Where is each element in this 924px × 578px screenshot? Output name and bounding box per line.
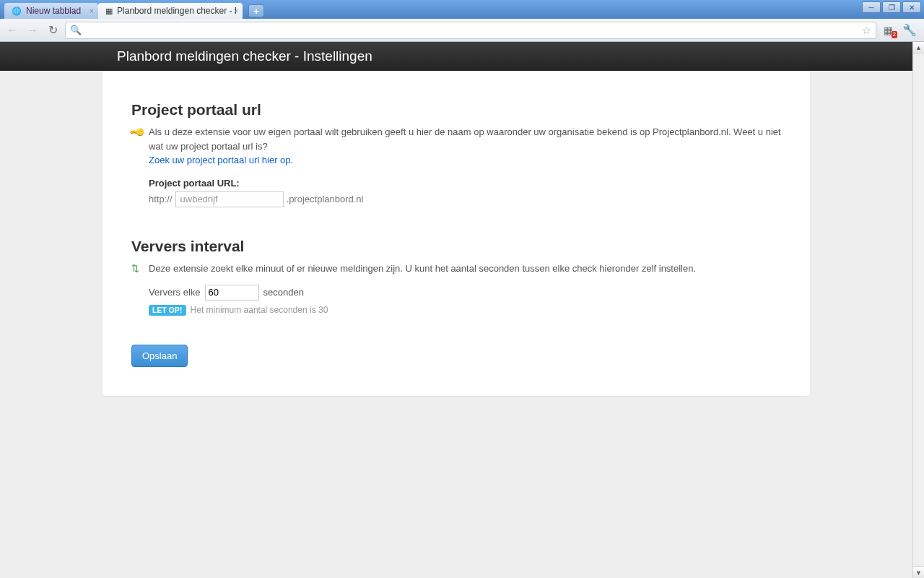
vertical-scrollbar[interactable]: ▲ ▼ — [912, 42, 924, 578]
tab-title: Planbord meldingen checker - I — [117, 6, 237, 16]
hint-text: Het minimum aantal seconden is 30 — [191, 305, 328, 315]
browser-tab-inactive[interactable]: 🌐 Nieuw tabblad × — [4, 3, 98, 19]
page-viewport: Planbord meldingen checker - Instellinge… — [0, 42, 912, 578]
refresh-icon: ⇅ — [131, 262, 143, 276]
minimize-button[interactable]: ─ — [862, 1, 881, 13]
url-suffix: .projectplanbord.nl — [287, 194, 364, 204]
url-input[interactable] — [86, 25, 858, 35]
scroll-down-button[interactable]: ▼ — [913, 566, 924, 578]
settings-wrench-icon[interactable]: 🔧 — [899, 23, 920, 37]
refresh-suffix: seconden — [263, 287, 304, 298]
scroll-up-button[interactable]: ▲ — [913, 42, 924, 53]
refresh-prefix: Ververs elke — [149, 287, 201, 298]
extension-icon: ▦ — [105, 6, 113, 16]
url-prefix: http:// — [149, 194, 173, 204]
browser-tab-active[interactable]: ▦ Planbord meldingen checker - I × — [98, 3, 243, 19]
back-button[interactable]: ← — [4, 22, 20, 38]
close-icon[interactable]: × — [234, 7, 238, 15]
address-bar[interactable]: 🔍 ☆ — [65, 22, 876, 39]
section-refresh-interval: Ververs interval ⇅ Deze extensie zoekt e… — [131, 236, 781, 316]
section-heading: Ververs interval — [131, 236, 781, 256]
reload-button[interactable]: ↻ — [45, 22, 61, 38]
lookup-url-link[interactable]: Zoek uw project portaal url hier op. — [149, 155, 293, 165]
window-controls: ─ ❐ ✕ — [862, 1, 921, 13]
section-description: Als u deze extensie voor uw eigen portaa… — [149, 125, 781, 168]
section-description: Deze extensie zoekt elke minuut of er ni… — [149, 262, 696, 276]
extension-badge: 2 — [892, 31, 897, 38]
forward-button[interactable]: → — [25, 22, 40, 38]
close-icon[interactable]: × — [90, 7, 94, 15]
globe-icon: 🌐 — [12, 6, 22, 16]
page-header: Planbord meldingen checker - Instellinge… — [0, 42, 912, 71]
tab-title: Nieuw tabblad — [26, 6, 81, 16]
new-tab-button[interactable]: + — [248, 4, 264, 17]
close-window-button[interactable]: ✕ — [902, 1, 921, 13]
interval-input[interactable] — [205, 285, 259, 301]
settings-card: Project portaal url 🔑 Als u deze extensi… — [103, 71, 810, 396]
save-button[interactable]: Opslaan — [131, 345, 188, 367]
search-icon: 🔍 — [70, 25, 82, 35]
maximize-button[interactable]: ❐ — [882, 1, 901, 13]
bookmark-icon[interactable]: ☆ — [862, 25, 871, 36]
browser-toolbar: ← → ↻ 🔍 ☆ ▦2 🔧 — [0, 19, 924, 42]
section-project-url: Project portaal url 🔑 Als u deze extensi… — [131, 100, 781, 207]
key-icon: 🔑 — [131, 125, 143, 168]
company-input[interactable] — [175, 191, 284, 207]
field-label: Project portaal URL: — [149, 178, 781, 189]
attention-badge: LET OP! — [149, 305, 186, 316]
browser-tabstrip: 🌐 Nieuw tabblad × ▦ Planbord meldingen c… — [0, 0, 924, 19]
extension-button[interactable]: ▦2 — [881, 24, 895, 37]
section-heading: Project portaal url — [131, 100, 781, 119]
page-title: Planbord meldingen checker - Instellinge… — [103, 48, 810, 64]
